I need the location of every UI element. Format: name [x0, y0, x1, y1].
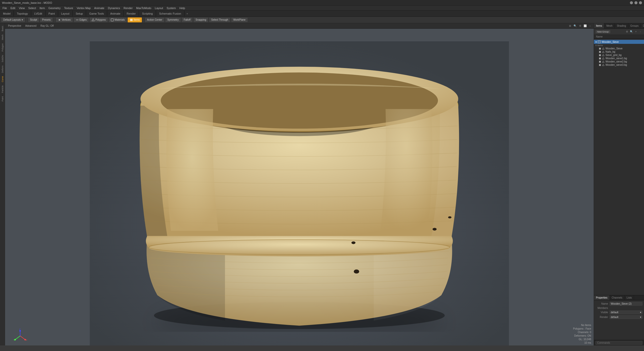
item-mesh-icon3	[602, 54, 604, 56]
viewport-icon5[interactable]: ↔	[588, 24, 592, 28]
ray-gl-button[interactable]: Ray GL: Off	[39, 24, 55, 27]
viewport-icon1[interactable]: ⊞	[568, 24, 572, 28]
items-header: New Group ⚙ 🔍 + -	[594, 29, 644, 35]
sidebar-tab-mesh[interactable]: Mesh	[1, 33, 4, 42]
item-wooden-sieve3[interactable]: Wooden_sieve3.bg	[594, 63, 644, 67]
select-through-button[interactable]: Select Through	[209, 17, 231, 22]
separator3	[143, 18, 143, 22]
svg-marker-115	[602, 57, 604, 59]
polygons-button[interactable]: Polygons	[89, 17, 108, 22]
materials-button[interactable]: Materials	[108, 17, 127, 22]
sidebar-tab-deform[interactable]: Deform	[1, 64, 4, 75]
right-tab-deform[interactable]: Deform	[641, 23, 644, 28]
menu-system[interactable]: System	[165, 6, 177, 10]
menu-vertex-map[interactable]: Vertex Map	[75, 6, 92, 10]
minimize-button[interactable]	[630, 1, 633, 4]
ray-gl-label: Ray GL: Off	[41, 24, 54, 27]
advanced-button[interactable]: Advanced	[24, 24, 38, 27]
command-input[interactable]	[595, 341, 642, 345]
sidebar-tab-particle[interactable]: Particle	[1, 84, 4, 94]
close-button[interactable]	[639, 1, 642, 4]
items-icon3[interactable]: +	[634, 30, 638, 34]
menu-select[interactable]: Select	[27, 6, 37, 10]
svg-point-0	[59, 19, 60, 21]
menu-item[interactable]: Item	[38, 6, 46, 10]
items-button[interactable]: Items	[128, 17, 142, 22]
presets-button[interactable]: Presets	[40, 17, 53, 22]
new-group-label: New Group	[597, 30, 609, 33]
sculpt-button[interactable]: Sculpt	[28, 17, 40, 22]
svg-marker-112	[602, 48, 604, 49]
item-wooden-sieve2[interactable]: Wooden_sieve2.bg	[594, 60, 644, 63]
action-center-button[interactable]: Action Center	[145, 17, 165, 22]
symmetry-button[interactable]: Symmetry	[165, 17, 181, 22]
sidebar-tab-paint[interactable]: Paint	[1, 95, 4, 103]
items-icon2[interactable]: 🔍	[629, 30, 633, 34]
item-sieve-grid-bg[interactable]: Sieve_grid_bg	[594, 53, 644, 57]
tab-topology[interactable]: Topology	[14, 11, 31, 16]
items-list[interactable]: ▾ Wooden_Sieve 6 Items Wooden_Sieve Nail…	[594, 39, 644, 295]
tab-render[interactable]: Render	[124, 11, 139, 16]
snapping-button[interactable]: Snapping	[193, 17, 208, 22]
menu-help[interactable]: Help	[178, 6, 187, 10]
viewport-icon4[interactable]: ⬜	[583, 24, 587, 28]
sidebar-tab-basic[interactable]: Basic	[1, 24, 4, 33]
item-wooden-sieve1[interactable]: Wooden_sieve1.bg	[594, 57, 644, 60]
right-panel-tabs: Items Mesh Shading Groups Deform +	[594, 23, 644, 29]
vertices-button[interactable]: Vertices	[56, 17, 73, 22]
tab-schematic-fusion[interactable]: Schematic Fusion	[156, 11, 184, 16]
edges-button[interactable]: Edges	[73, 17, 89, 22]
prop-tab-lists[interactable]: Lists	[625, 295, 634, 300]
right-tab-groups[interactable]: Groups	[628, 23, 641, 28]
tab-model[interactable]: Model	[0, 11, 14, 16]
tab-add-button[interactable]: +	[184, 11, 190, 16]
scene-canvas[interactable]: X Y Z No Items Polygons : Face Channels:…	[5, 29, 594, 345]
tab-setup[interactable]: Setup	[73, 11, 86, 16]
tab-scripting[interactable]: Scripting	[139, 11, 156, 16]
tab-game-tools[interactable]: Game Tools	[86, 11, 107, 16]
layout-dropdown[interactable]: Default Layouts ▾	[1, 17, 25, 22]
menu-file[interactable]: File	[1, 6, 9, 10]
maximize-button[interactable]	[634, 1, 637, 4]
prop-tab-properties[interactable]: Properties	[594, 295, 610, 300]
right-tab-items[interactable]: Items	[594, 23, 604, 28]
prop-render-value[interactable]: default ▾	[610, 315, 642, 319]
items-group-wooden-sieve[interactable]: ▾ Wooden_Sieve	[594, 40, 644, 44]
tab-animate-label: Animate	[110, 12, 120, 15]
menu-view[interactable]: View	[17, 6, 26, 10]
prop-name-value[interactable]: Wooden_Sieve (2)	[610, 302, 642, 306]
prop-visible-value[interactable]: default ▾	[610, 310, 642, 314]
tab-lvedit[interactable]: LVEdit	[31, 11, 46, 16]
menu-maxtomodo[interactable]: MaxToModo	[135, 6, 153, 10]
tab-paint[interactable]: Paint	[46, 11, 58, 16]
right-tab-shading[interactable]: Shading	[615, 23, 628, 28]
items-icon4[interactable]: -	[638, 30, 642, 34]
sidebar-tab-subdiv[interactable]: SubDiv	[1, 53, 4, 64]
workplane-button[interactable]: WorkPlane	[231, 17, 248, 22]
svg-marker-116	[602, 61, 604, 62]
menu-layout[interactable]: Layout	[153, 6, 165, 10]
perspective-button[interactable]: Perspective	[7, 24, 23, 27]
tab-layout[interactable]: Layout	[58, 11, 73, 16]
viewport-icon3[interactable]: ⚙	[578, 24, 582, 28]
menu-edit[interactable]: Edit	[9, 6, 17, 10]
items-icon1[interactable]: ⚙	[625, 30, 629, 34]
item-wooden-sieve[interactable]: Wooden_Sieve	[594, 47, 644, 50]
sidebar-tab-curve[interactable]: Curve	[1, 75, 4, 84]
item-name6: Wooden_sieve3.bg	[605, 63, 627, 66]
falloff-button[interactable]: Falloff	[181, 17, 193, 22]
item-nails-bg[interactable]: Nails_bg	[594, 50, 644, 53]
viewport[interactable]: Perspective Advanced Ray GL: Off ⊞ 🔍 ⚙ ⬜…	[5, 23, 594, 345]
new-group-button[interactable]: New Group	[595, 30, 611, 34]
prop-tab-channels[interactable]: Channels	[610, 295, 625, 300]
sidebar-tab-polygon[interactable]: Polygon	[1, 42, 4, 53]
viewport-icon2[interactable]: 🔍	[573, 24, 577, 28]
menu-texture[interactable]: Texture	[63, 6, 75, 10]
menu-animate[interactable]: Animate	[93, 6, 106, 10]
prop-render-text: default	[611, 316, 618, 318]
menu-dynamics[interactable]: Dynamics	[106, 6, 122, 10]
tab-animate[interactable]: Animate	[107, 11, 124, 16]
right-tab-mesh[interactable]: Mesh	[604, 23, 615, 28]
menu-geometry[interactable]: Geometry	[47, 6, 62, 10]
menu-render[interactable]: Render	[122, 6, 134, 10]
